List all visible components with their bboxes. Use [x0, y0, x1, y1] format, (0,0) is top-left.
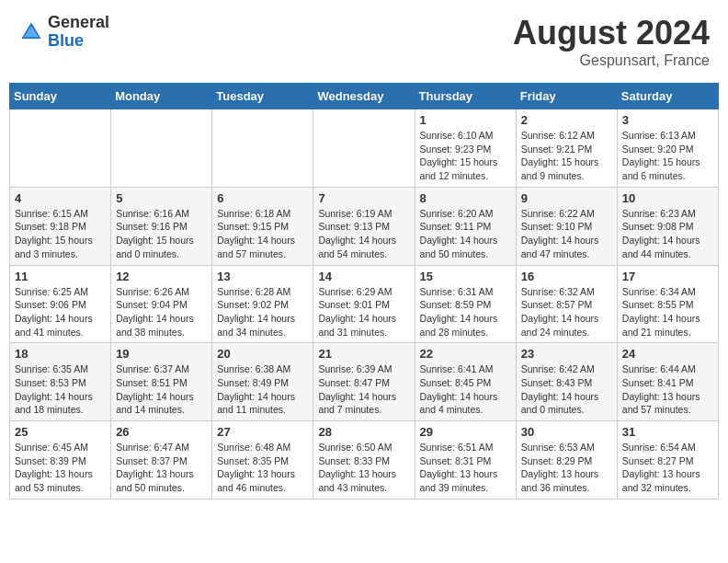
- calendar-day-cell: 23Sunrise: 6:42 AM Sunset: 8:43 PM Dayli…: [516, 343, 617, 421]
- day-number: 4: [15, 191, 106, 205]
- day-info: Sunrise: 6:53 AM Sunset: 8:29 PM Dayligh…: [521, 441, 612, 495]
- day-info: Sunrise: 6:38 AM Sunset: 8:49 PM Dayligh…: [217, 362, 308, 417]
- calendar-day-cell: [111, 109, 212, 188]
- logo-general: General: [48, 14, 109, 32]
- day-number: 30: [521, 425, 612, 439]
- calendar-day-cell: 3Sunrise: 6:13 AM Sunset: 9:20 PM Daylig…: [617, 109, 718, 188]
- calendar-week-row: 18Sunrise: 6:35 AM Sunset: 8:53 PM Dayli…: [10, 343, 719, 421]
- logo-blue: Blue: [48, 32, 109, 51]
- day-number: 6: [217, 191, 308, 205]
- day-number: 31: [622, 425, 713, 439]
- day-number: 12: [116, 270, 207, 283]
- day-info: Sunrise: 6:44 AM Sunset: 8:41 PM Dayligh…: [622, 362, 713, 417]
- logo-text: General Blue: [48, 14, 109, 51]
- title-block: August 2024 Gespunsart, France: [513, 14, 710, 69]
- day-number: 8: [420, 191, 511, 205]
- page-header: General Blue August 2024 Gespunsart, Fra…: [9, 9, 719, 74]
- day-number: 23: [521, 347, 612, 361]
- day-number: 28: [318, 425, 409, 439]
- day-of-week-header: Saturday: [617, 84, 718, 109]
- day-info: Sunrise: 6:12 AM Sunset: 9:21 PM Dayligh…: [521, 129, 612, 183]
- day-info: Sunrise: 6:45 AM Sunset: 8:39 PM Dayligh…: [15, 441, 106, 495]
- calendar-day-cell: 21Sunrise: 6:39 AM Sunset: 8:47 PM Dayli…: [313, 343, 415, 421]
- calendar-day-cell: 6Sunrise: 6:18 AM Sunset: 9:15 PM Daylig…: [212, 187, 313, 265]
- day-info: Sunrise: 6:31 AM Sunset: 8:59 PM Dayligh…: [420, 285, 511, 339]
- calendar-day-cell: 17Sunrise: 6:34 AM Sunset: 8:55 PM Dayli…: [617, 265, 718, 343]
- day-number: 10: [622, 191, 713, 205]
- day-info: Sunrise: 6:26 AM Sunset: 9:04 PM Dayligh…: [116, 285, 207, 339]
- calendar-day-cell: 24Sunrise: 6:44 AM Sunset: 8:41 PM Dayli…: [617, 343, 718, 421]
- calendar-day-cell: 22Sunrise: 6:41 AM Sunset: 8:45 PM Dayli…: [415, 343, 516, 421]
- day-info: Sunrise: 6:34 AM Sunset: 8:55 PM Dayligh…: [622, 285, 713, 339]
- day-info: Sunrise: 6:20 AM Sunset: 9:11 PM Dayligh…: [420, 207, 511, 261]
- day-number: 7: [318, 191, 409, 205]
- day-info: Sunrise: 6:16 AM Sunset: 9:16 PM Dayligh…: [116, 207, 207, 261]
- day-info: Sunrise: 6:18 AM Sunset: 9:15 PM Dayligh…: [217, 207, 308, 261]
- day-number: 1: [420, 113, 511, 127]
- logo: General Blue: [18, 14, 109, 51]
- calendar-week-row: 1Sunrise: 6:10 AM Sunset: 9:23 PM Daylig…: [10, 109, 719, 188]
- calendar-day-cell: 9Sunrise: 6:22 AM Sunset: 9:10 PM Daylig…: [516, 187, 617, 265]
- calendar-day-cell: 4Sunrise: 6:15 AM Sunset: 9:18 PM Daylig…: [10, 187, 111, 265]
- calendar-day-cell: 18Sunrise: 6:35 AM Sunset: 8:53 PM Dayli…: [10, 343, 111, 421]
- calendar-header-row: SundayMondayTuesdayWednesdayThursdayFrid…: [10, 84, 719, 109]
- day-info: Sunrise: 6:47 AM Sunset: 8:37 PM Dayligh…: [116, 441, 207, 495]
- day-info: Sunrise: 6:32 AM Sunset: 8:57 PM Dayligh…: [521, 285, 612, 339]
- calendar-day-cell: 14Sunrise: 6:29 AM Sunset: 9:01 PM Dayli…: [313, 265, 415, 343]
- day-info: Sunrise: 6:35 AM Sunset: 8:53 PM Dayligh…: [15, 362, 106, 417]
- day-number: 19: [116, 347, 207, 361]
- day-info: Sunrise: 6:23 AM Sunset: 9:08 PM Dayligh…: [622, 207, 713, 261]
- calendar-day-cell: 13Sunrise: 6:28 AM Sunset: 9:02 PM Dayli…: [212, 265, 313, 343]
- calendar-day-cell: 5Sunrise: 6:16 AM Sunset: 9:16 PM Daylig…: [111, 187, 212, 265]
- day-number: 25: [15, 425, 106, 439]
- calendar-day-cell: [212, 109, 313, 188]
- month-year-title: August 2024: [513, 14, 710, 52]
- calendar-day-cell: 27Sunrise: 6:48 AM Sunset: 8:35 PM Dayli…: [212, 421, 313, 500]
- calendar-day-cell: 20Sunrise: 6:38 AM Sunset: 8:49 PM Dayli…: [212, 343, 313, 421]
- day-number: 17: [622, 270, 713, 283]
- day-number: 11: [15, 270, 106, 283]
- day-number: 29: [420, 425, 511, 439]
- calendar-day-cell: [10, 109, 111, 188]
- day-info: Sunrise: 6:42 AM Sunset: 8:43 PM Dayligh…: [521, 362, 612, 417]
- day-info: Sunrise: 6:41 AM Sunset: 8:45 PM Dayligh…: [420, 362, 511, 417]
- calendar-week-row: 25Sunrise: 6:45 AM Sunset: 8:39 PM Dayli…: [10, 421, 719, 500]
- day-of-week-header: Friday: [516, 84, 617, 109]
- day-number: 5: [116, 191, 207, 205]
- calendar-day-cell: 1Sunrise: 6:10 AM Sunset: 9:23 PM Daylig…: [415, 109, 516, 188]
- day-of-week-header: Thursday: [415, 84, 516, 109]
- calendar-day-cell: 19Sunrise: 6:37 AM Sunset: 8:51 PM Dayli…: [111, 343, 212, 421]
- calendar-day-cell: 12Sunrise: 6:26 AM Sunset: 9:04 PM Dayli…: [111, 265, 212, 343]
- calendar-day-cell: 2Sunrise: 6:12 AM Sunset: 9:21 PM Daylig…: [516, 109, 617, 188]
- day-info: Sunrise: 6:50 AM Sunset: 8:33 PM Dayligh…: [318, 441, 409, 495]
- day-number: 13: [217, 270, 308, 283]
- day-number: 27: [217, 425, 308, 439]
- day-info: Sunrise: 6:19 AM Sunset: 9:13 PM Dayligh…: [318, 207, 409, 261]
- day-number: 21: [318, 347, 409, 361]
- day-info: Sunrise: 6:25 AM Sunset: 9:06 PM Dayligh…: [15, 285, 106, 339]
- calendar-day-cell: 25Sunrise: 6:45 AM Sunset: 8:39 PM Dayli…: [10, 421, 111, 500]
- logo-icon: [18, 19, 44, 45]
- day-info: Sunrise: 6:51 AM Sunset: 8:31 PM Dayligh…: [420, 441, 511, 495]
- day-number: 16: [521, 270, 612, 283]
- day-info: Sunrise: 6:54 AM Sunset: 8:27 PM Dayligh…: [622, 441, 713, 495]
- day-info: Sunrise: 6:29 AM Sunset: 9:01 PM Dayligh…: [318, 285, 409, 339]
- day-number: 9: [521, 191, 612, 205]
- day-of-week-header: Sunday: [10, 84, 111, 109]
- calendar-day-cell: 29Sunrise: 6:51 AM Sunset: 8:31 PM Dayli…: [415, 421, 516, 500]
- calendar-day-cell: 30Sunrise: 6:53 AM Sunset: 8:29 PM Dayli…: [516, 421, 617, 500]
- day-number: 20: [217, 347, 308, 361]
- day-info: Sunrise: 6:28 AM Sunset: 9:02 PM Dayligh…: [217, 285, 308, 339]
- calendar-day-cell: 8Sunrise: 6:20 AM Sunset: 9:11 PM Daylig…: [415, 187, 516, 265]
- day-number: 15: [420, 270, 511, 283]
- day-of-week-header: Monday: [111, 84, 212, 109]
- day-number: 26: [116, 425, 207, 439]
- day-info: Sunrise: 6:48 AM Sunset: 8:35 PM Dayligh…: [217, 441, 308, 495]
- day-number: 18: [15, 347, 106, 361]
- calendar-table: SundayMondayTuesdayWednesdayThursdayFrid…: [9, 83, 719, 500]
- day-of-week-header: Wednesday: [313, 84, 415, 109]
- day-info: Sunrise: 6:15 AM Sunset: 9:18 PM Dayligh…: [15, 207, 106, 261]
- day-number: 14: [318, 270, 409, 283]
- calendar-day-cell: 31Sunrise: 6:54 AM Sunset: 8:27 PM Dayli…: [617, 421, 718, 500]
- calendar-week-row: 11Sunrise: 6:25 AM Sunset: 9:06 PM Dayli…: [10, 265, 719, 343]
